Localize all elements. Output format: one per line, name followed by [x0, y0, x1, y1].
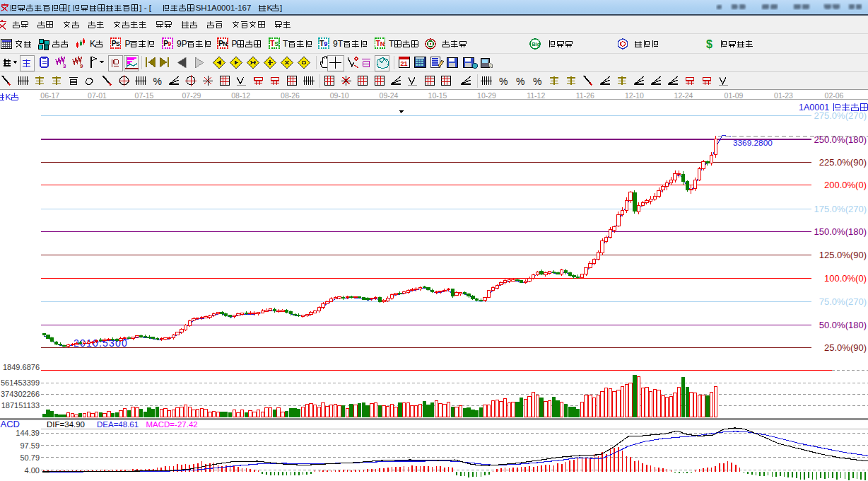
- svg-text:100.0%(0): 100.0%(0): [824, 273, 867, 284]
- svg-text:21: 21: [401, 60, 408, 67]
- svg-text:01-09: 01-09: [725, 91, 744, 100]
- svg-text:187151133: 187151133: [1, 401, 40, 410]
- svg-text:11-26: 11-26: [576, 91, 594, 100]
- svg-text:125.0%(90): 125.0%(90): [819, 250, 867, 260]
- svg-text:K: K: [90, 39, 95, 49]
- svg-text:%: %: [533, 76, 541, 87]
- svg-text:MACD=-27.42: MACD=-27.42: [146, 420, 198, 429]
- svg-text:3: 3: [63, 63, 66, 69]
- svg-text:4.00: 4.00: [25, 466, 40, 475]
- svg-text:225.0%(90): 225.0%(90): [819, 157, 867, 168]
- svg-text:9P: 9P: [177, 39, 187, 49]
- svg-text:K: K: [267, 4, 273, 12]
- svg-text:9: 9: [80, 63, 83, 69]
- svg-text:07-29: 07-29: [182, 91, 201, 100]
- svg-text:144.39: 144.39: [16, 429, 40, 437]
- svg-text:%: %: [516, 76, 524, 87]
- svg-text:Big: Big: [532, 41, 541, 47]
- svg-text:K: K: [6, 93, 11, 101]
- svg-text:T: T: [283, 39, 288, 49]
- svg-text:DEA=48.61: DEA=48.61: [97, 420, 139, 429]
- svg-text:561453399: 561453399: [1, 378, 40, 387]
- svg-text:275.0%(270): 275.0%(270): [814, 110, 867, 121]
- svg-text:N: N: [380, 40, 385, 47]
- svg-text:250.0%(180): 250.0%(180): [814, 134, 867, 145]
- svg-text:] - [: ] - [: [139, 4, 151, 12]
- svg-text:06-17: 06-17: [40, 91, 59, 100]
- svg-text:374302266: 374302266: [1, 390, 40, 398]
- svg-text:]: ]: [280, 4, 282, 12]
- svg-text:9T: 9T: [333, 39, 344, 49]
- svg-text:01-23: 01-23: [774, 91, 793, 100]
- svg-text:08-12: 08-12: [231, 91, 250, 100]
- svg-text:T: T: [389, 39, 394, 49]
- svg-text:S: S: [274, 40, 278, 47]
- svg-text:12-10: 12-10: [625, 91, 644, 100]
- svg-text:9: 9: [324, 40, 327, 47]
- svg-text:08-26: 08-26: [281, 91, 300, 100]
- svg-text:25.0%(90): 25.0%(90): [824, 342, 867, 353]
- svg-text:P: P: [232, 39, 237, 49]
- svg-text:P: P: [125, 39, 131, 49]
- svg-text:09-24: 09-24: [380, 91, 399, 100]
- svg-text:12-24: 12-24: [674, 91, 693, 100]
- svg-text:ACD: ACD: [1, 419, 20, 429]
- svg-text:09-10: 09-10: [330, 91, 349, 100]
- svg-text:9: 9: [168, 40, 171, 47]
- svg-text:11-12: 11-12: [527, 91, 545, 100]
- svg-text:S: S: [116, 40, 120, 47]
- svg-text:50.79: 50.79: [20, 453, 40, 462]
- svg-text:200.0%(0): 200.0%(0): [824, 180, 867, 190]
- svg-text:3369.2800: 3369.2800: [733, 138, 773, 148]
- svg-text:SH1A0001-167: SH1A0001-167: [196, 4, 252, 12]
- svg-text:50.0%(180): 50.0%(180): [819, 320, 867, 330]
- svg-text:97.59: 97.59: [20, 441, 40, 450]
- svg-text:1849.6876: 1849.6876: [3, 363, 40, 371]
- svg-text:10-29: 10-29: [477, 91, 496, 100]
- svg-text:07-15: 07-15: [135, 91, 154, 100]
- svg-text:150.0%(180): 150.0%(180): [814, 226, 867, 237]
- svg-text:$: $: [706, 38, 712, 50]
- svg-text:DIF=34.90: DIF=34.90: [47, 420, 85, 429]
- svg-text:75.0%(270): 75.0%(270): [819, 296, 867, 307]
- svg-text:175.0%(270): 175.0%(270): [814, 204, 867, 214]
- svg-text:07-01: 07-01: [88, 91, 107, 100]
- svg-text:%: %: [499, 76, 508, 87]
- svg-text:N: N: [223, 40, 228, 47]
- svg-text:02-06: 02-06: [825, 91, 844, 100]
- svg-text:%: %: [153, 76, 162, 87]
- svg-text:10-15: 10-15: [428, 91, 447, 100]
